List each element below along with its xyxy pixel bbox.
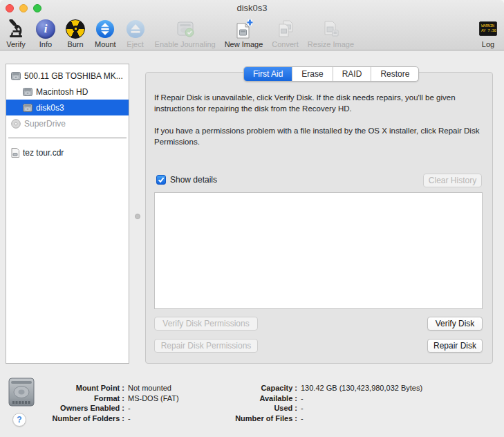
sidebar-item-label: tez tour.cdr <box>23 148 64 158</box>
mount-icon <box>95 18 115 39</box>
tab-restore[interactable]: Restore <box>371 67 418 81</box>
eject-button[interactable]: Eject <box>124 18 147 49</box>
sidebar-item-tez-tour-cdr[interactable]: tez tour.cdr <box>6 145 129 160</box>
info-row-capacity: Capacity : 130.42 GB (130,423,980,032 By… <box>232 383 422 393</box>
enable-journaling-button[interactable]: Enable Journaling <box>153 18 217 49</box>
repair-disk-permissions-button[interactable]: Repair Disk Permissions <box>154 339 258 353</box>
info-row-owners-enabled: Owners Enabled : - <box>3 403 179 413</box>
sidebar-item-disk0s3[interactable]: disk0s3 <box>6 100 129 115</box>
verify-disk-permissions-button[interactable]: Verify Disk Permissions <box>154 317 258 331</box>
tab-first-aid[interactable]: First Aid <box>244 67 292 81</box>
tab-raid[interactable]: RAID <box>333 67 372 81</box>
device-list: 500.11 GB TOSHIBA MK... Macintosh HD dis… <box>6 64 129 364</box>
microscope-icon <box>6 18 26 39</box>
eject-label: Eject <box>127 40 143 49</box>
mount-label: Mount <box>95 40 116 49</box>
resize-image-icon <box>320 18 341 39</box>
resize-image-button[interactable]: Resize Image <box>306 18 355 49</box>
sidebar-item-label: disk0s3 <box>36 103 64 113</box>
log-label: Log <box>482 40 494 49</box>
burn-icon <box>66 18 85 39</box>
hard-disk-icon <box>11 72 21 80</box>
sidebar-item-label: Macintosh HD <box>36 87 88 97</box>
verify-label: Verify <box>6 40 26 49</box>
volume-info-left: Mount Point : Not mounted Format : MS-DO… <box>3 383 179 423</box>
show-details-checkbox[interactable] <box>156 175 166 185</box>
volume-icon <box>23 88 32 96</box>
repair-disk-button[interactable]: Repair Disk <box>427 339 483 353</box>
info-row-mount-point: Mount Point : Not mounted <box>3 383 179 393</box>
convert-button[interactable]: Convert <box>270 18 300 49</box>
toolbar: Verify i Info Burn <box>4 15 500 49</box>
convert-label: Convert <box>272 40 299 49</box>
window-title: disk0s3 <box>0 3 504 13</box>
split-view-drag-handle[interactable] <box>135 214 140 219</box>
resize-image-label: Resize Image <box>308 40 354 49</box>
new-image-button[interactable]: New Image <box>223 18 265 49</box>
volume-info-right: Capacity : 130.42 GB (130,423,980,032 By… <box>232 383 422 423</box>
log-button[interactable]: WARNIN AY 7:36 Log <box>476 18 500 49</box>
sidebar-item-label: 500.11 GB TOSHIBA MK... <box>24 71 123 81</box>
sidebar-item-macintosh-hd[interactable]: Macintosh HD <box>6 84 129 100</box>
intro-paragraph-1: If Repair Disk is unavailable, click Ver… <box>154 92 485 114</box>
clear-history-button[interactable]: Clear History <box>423 174 482 187</box>
verify-button[interactable]: Verify <box>4 18 28 49</box>
tab-erase[interactable]: Erase <box>292 67 333 81</box>
info-row-number-of-files: Number of Files : - <box>232 413 422 424</box>
enable-journaling-icon <box>176 18 195 39</box>
disk-utility-window: disk0s3 Verify <box>0 0 504 437</box>
show-details-label: Show details <box>170 175 217 185</box>
sidebar-item-superdrive[interactable]: SuperDrive <box>6 115 129 131</box>
sidebar-item-toshiba-disk[interactable]: 500.11 GB TOSHIBA MK... <box>6 68 129 84</box>
eject-icon <box>126 18 145 39</box>
info-row-used: Used : - <box>232 403 422 413</box>
sidebar-item-label: SuperDrive <box>24 119 66 129</box>
new-image-label: New Image <box>225 40 263 49</box>
new-image-icon <box>233 18 254 39</box>
show-details-row: Show details <box>156 175 217 185</box>
burn-button[interactable]: Burn <box>64 18 87 49</box>
intro-paragraph-2: If you have a permissions problem with a… <box>154 125 485 147</box>
info-icon: i <box>36 18 55 39</box>
window-chrome: disk0s3 Verify <box>0 0 504 50</box>
mode-tabs: First Aid Erase RAID Restore <box>243 66 419 82</box>
burn-label: Burn <box>67 40 83 49</box>
info-row-number-of-folders: Number of Folders : - <box>3 413 179 424</box>
mount-button[interactable]: Mount <box>93 18 118 49</box>
info-row-format: Format : MS-DOS (FAT) <box>3 393 179 404</box>
first-aid-description: If Repair Disk is unavailable, click Ver… <box>154 92 485 158</box>
convert-icon <box>275 18 296 39</box>
info-label: Info <box>39 40 52 49</box>
info-row-available: Available : - <box>232 393 422 404</box>
verify-disk-button[interactable]: Verify Disk <box>427 317 483 331</box>
optical-drive-icon <box>11 119 21 129</box>
log-icon: WARNIN AY 7:36 <box>479 18 497 39</box>
volume-icon <box>23 104 32 112</box>
info-button[interactable]: i Info <box>34 18 57 49</box>
enable-journaling-label: Enable Journaling <box>155 40 216 49</box>
first-aid-log-output[interactable] <box>154 192 483 309</box>
sidebar-divider <box>8 138 127 138</box>
disk-image-icon <box>11 148 19 158</box>
